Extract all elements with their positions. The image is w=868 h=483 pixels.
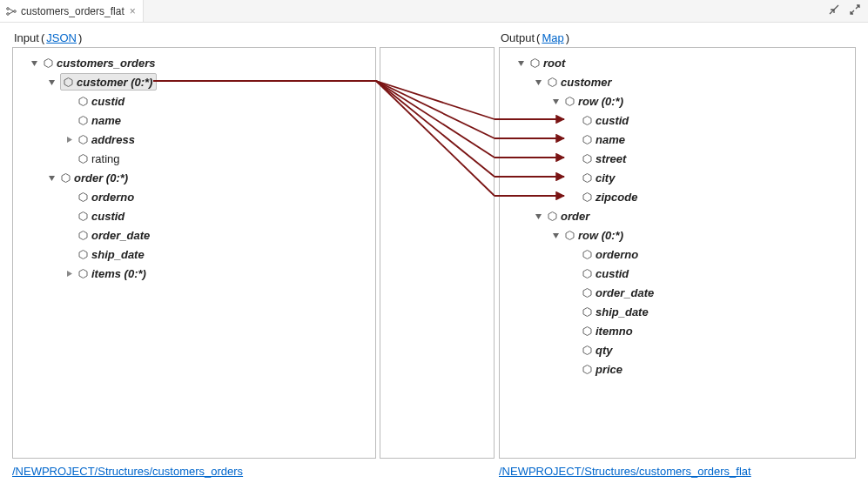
node-label: city <box>595 171 615 184</box>
tree-node-out-price[interactable]: price <box>503 359 851 379</box>
input-format-link[interactable]: JSON <box>46 31 77 44</box>
output-format-link[interactable]: Map <box>542 31 563 44</box>
svg-point-2 <box>14 10 17 12</box>
output-pane: root customer row (0:*) custid name <box>499 47 856 459</box>
mapping-canvas[interactable] <box>380 47 495 459</box>
hexagon-icon <box>582 191 592 202</box>
chevron-right-icon[interactable] <box>64 268 74 278</box>
hexagon-icon <box>582 153 592 164</box>
tree-node-orderno[interactable]: orderno <box>17 187 372 206</box>
tab-customers-orders-flat[interactable]: customers_orders_flat × <box>0 0 144 22</box>
paren-open: ( <box>536 31 540 44</box>
node-label: custid <box>91 95 124 108</box>
spacer <box>568 115 578 125</box>
minimize-icon[interactable] <box>826 2 842 17</box>
tree-node-out-name[interactable]: name <box>503 130 851 149</box>
tree-node-custid[interactable]: custid <box>17 91 372 111</box>
tree-node-items[interactable]: items (0:*) <box>17 264 372 283</box>
tree-node-customer[interactable]: customer <box>503 72 851 91</box>
tree-node-name[interactable]: name <box>17 111 372 130</box>
spacer <box>568 172 578 183</box>
chevron-down-icon[interactable] <box>29 57 39 68</box>
tree-node-out-itemno[interactable]: itemno <box>503 321 851 340</box>
tree-node-order-date[interactable]: order_date <box>17 225 372 245</box>
spacer <box>64 191 74 202</box>
hexagon-icon <box>582 115 592 125</box>
tree-node-order-row[interactable]: row (0:*) <box>503 225 851 245</box>
hexagon-icon <box>77 230 88 240</box>
chevron-down-icon[interactable] <box>550 96 561 106</box>
chevron-down-icon[interactable] <box>46 172 57 183</box>
output-path-link: /NEWPROJECT/Structures/customers_orders_… <box>499 465 751 478</box>
node-label: row (0:*) <box>578 95 623 108</box>
tree-node-rating[interactable]: rating <box>17 149 372 168</box>
tree-node-out-orderno[interactable]: orderno <box>503 245 851 264</box>
svg-marker-6 <box>64 77 72 86</box>
tree-node-address[interactable]: address <box>17 130 372 149</box>
hexagon-icon <box>77 115 88 125</box>
node-label: root <box>543 57 565 70</box>
tree-node-out-custid[interactable]: custid <box>503 111 851 130</box>
node-label: street <box>595 152 626 165</box>
svg-point-0 <box>7 7 10 10</box>
tree-node-out-qty[interactable]: qty <box>503 340 851 359</box>
node-label: custid <box>595 267 629 280</box>
hexagon-icon <box>77 191 88 202</box>
node-label: orderno <box>595 248 638 261</box>
spacer <box>64 211 74 221</box>
hexagon-icon <box>564 96 575 106</box>
input-path-anchor[interactable]: /NEWPROJECT/Structures/customers_orders <box>12 465 243 478</box>
hexagon-icon <box>582 325 592 336</box>
tree-node-out-ship-date[interactable]: ship_date <box>503 302 851 321</box>
spacer <box>568 249 578 259</box>
svg-marker-24 <box>583 192 591 201</box>
svg-marker-25 <box>548 211 556 220</box>
node-label: order_date <box>91 229 150 242</box>
tree-node-out-zipcode[interactable]: zipcode <box>503 187 851 206</box>
output-tree[interactable]: root customer row (0:*) custid name <box>500 48 855 384</box>
hexagon-icon <box>529 57 540 68</box>
maximize-icon[interactable] <box>847 2 863 17</box>
chevron-right-icon[interactable] <box>64 134 74 144</box>
hexagon-icon <box>582 134 592 144</box>
tree-node-cust-row[interactable]: row (0:*) <box>503 91 851 111</box>
chevron-down-icon[interactable] <box>533 77 543 87</box>
spacer <box>64 249 74 259</box>
tree-node-order-custid[interactable]: custid <box>17 206 372 225</box>
tree-node-customer[interactable]: customer (0:*) <box>17 72 372 91</box>
svg-marker-14 <box>79 231 87 239</box>
chevron-down-icon[interactable] <box>550 230 561 240</box>
tree-node-order[interactable]: order (0:*) <box>17 168 372 187</box>
spacer <box>568 191 578 202</box>
tree-node-root[interactable]: root <box>503 53 851 72</box>
node-label: customers_orders <box>57 57 155 70</box>
svg-marker-19 <box>566 97 574 105</box>
svg-marker-10 <box>79 154 87 163</box>
node-label: order (0:*) <box>74 171 128 184</box>
tree-node-customers-orders[interactable]: customers_orders <box>17 53 372 72</box>
hexagon-icon <box>582 364 592 374</box>
tree-node-out-street[interactable]: street <box>503 149 851 168</box>
paren-open: ( <box>41 31 44 44</box>
hexagon-icon <box>547 77 557 87</box>
svg-marker-26 <box>566 231 574 239</box>
tree-node-out-order[interactable]: order <box>503 206 851 225</box>
tree-node-out-city[interactable]: city <box>503 168 851 187</box>
tree-node-out-order-custid[interactable]: custid <box>503 264 851 283</box>
tree-node-ship-date[interactable]: ship_date <box>17 245 372 264</box>
node-label: customer <box>561 76 612 89</box>
hexagon-icon <box>582 172 592 183</box>
node-label: rating <box>91 152 120 165</box>
hexagon-icon <box>582 249 592 259</box>
input-tree[interactable]: customers_orders customer (0:*) custid n… <box>13 48 375 288</box>
svg-marker-18 <box>548 77 556 86</box>
node-label: orderno <box>91 191 134 204</box>
output-path-anchor[interactable]: /NEWPROJECT/Structures/customers_orders_… <box>499 465 751 478</box>
node-label: zipcode <box>595 191 637 204</box>
chevron-down-icon[interactable] <box>46 77 57 87</box>
close-icon[interactable]: × <box>128 5 138 17</box>
chevron-down-icon[interactable] <box>533 211 543 221</box>
svg-marker-12 <box>79 192 87 201</box>
tree-node-out-order-date[interactable]: order_date <box>503 283 851 302</box>
chevron-down-icon[interactable] <box>515 57 526 68</box>
